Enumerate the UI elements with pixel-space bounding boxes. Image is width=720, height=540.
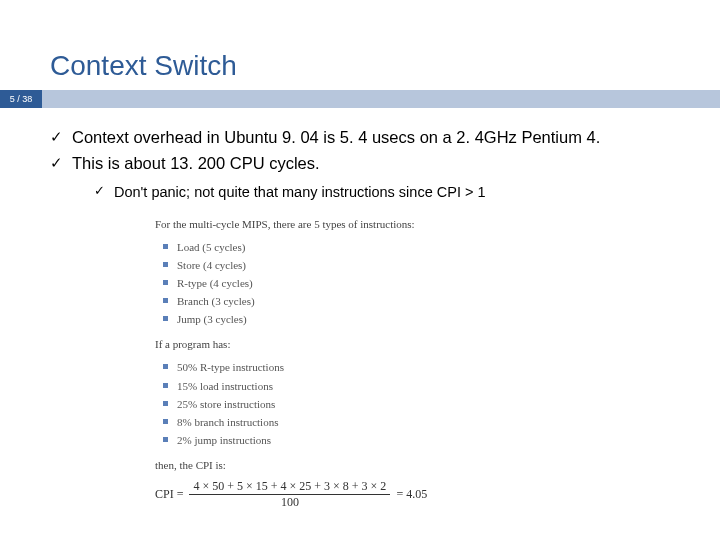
list-item: Store (4 cycles)	[163, 257, 575, 274]
cpi-denominator: 100	[281, 495, 299, 509]
list-item: Branch (3 cycles)	[163, 293, 575, 310]
title-bar: 5 / 38	[0, 90, 720, 108]
instruction-mix-list: 50% R-type instructions 15% load instruc…	[163, 359, 575, 448]
list-item: 8% branch instructions	[163, 414, 575, 431]
list-item: 15% load instructions	[163, 378, 575, 395]
list-item: Jump (3 cycles)	[163, 311, 575, 328]
figure-intro: For the multi-cycle MIPS, there are 5 ty…	[155, 216, 575, 233]
cpi-numerator: 4 × 50 + 5 × 15 + 4 × 25 + 3 × 8 + 3 × 2	[189, 480, 390, 495]
bullet-list: Context overhead in Ubuntu 9. 04 is 5. 4…	[46, 126, 684, 176]
cpi-equation: CPI = 4 × 50 + 5 × 15 + 4 × 25 + 3 × 8 +…	[155, 480, 575, 509]
list-item: 25% store instructions	[163, 396, 575, 413]
list-item: 2% jump instructions	[163, 432, 575, 449]
page-number: 5 / 38	[0, 90, 42, 108]
figure-mix-intro: If a program has:	[155, 336, 575, 353]
cpi-fraction: 4 × 50 + 5 × 15 + 4 × 25 + 3 × 8 + 3 × 2…	[189, 480, 390, 509]
cpi-label: CPI =	[155, 485, 183, 504]
sub-bullet-item: Don't panic; not quite that many instruc…	[92, 182, 684, 202]
title-bar-fill	[42, 90, 720, 108]
list-item: R-type (4 cycles)	[163, 275, 575, 292]
slide-title: Context Switch	[0, 0, 720, 90]
instruction-types-list: Load (5 cycles) Store (4 cycles) R-type …	[163, 239, 575, 328]
cpi-figure: For the multi-cycle MIPS, there are 5 ty…	[155, 216, 575, 509]
figure-then-line: then, the CPI is:	[155, 457, 575, 474]
bullet-item: Context overhead in Ubuntu 9. 04 is 5. 4…	[46, 126, 684, 150]
bullet-item: This is about 13. 200 CPU cycles.	[46, 152, 684, 176]
list-item: 50% R-type instructions	[163, 359, 575, 376]
slide-content: Context overhead in Ubuntu 9. 04 is 5. 4…	[0, 108, 720, 509]
cpi-result: = 4.05	[396, 485, 427, 504]
sub-bullet-list: Don't panic; not quite that many instruc…	[92, 182, 684, 202]
list-item: Load (5 cycles)	[163, 239, 575, 256]
